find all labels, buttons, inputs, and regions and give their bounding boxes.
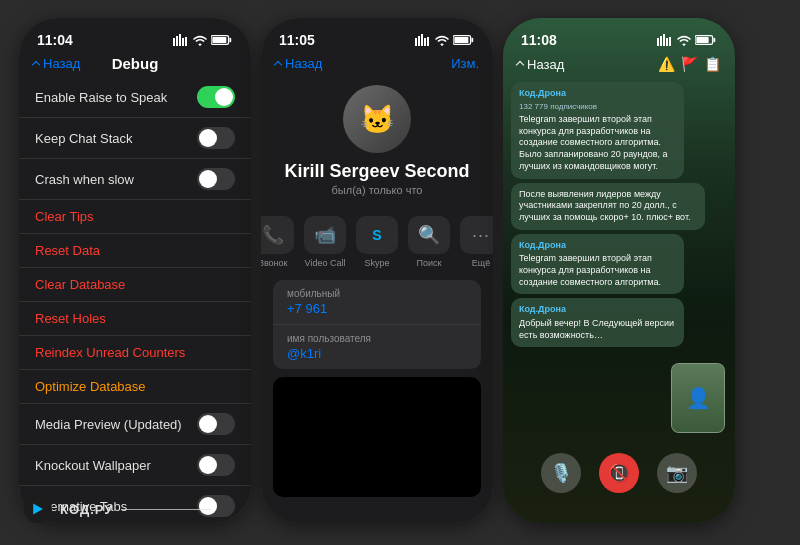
- item-label: Knockout Wallpaper: [35, 458, 151, 473]
- settings-item[interactable]: Enable Raise to Speak: [19, 77, 251, 118]
- search-label: Поиск: [417, 258, 442, 268]
- info-section: мобильный +7 961 имя пользователя @k1ri: [273, 280, 481, 369]
- status-bar-3: 11:08: [503, 18, 735, 54]
- username-value: @k1ri: [287, 346, 467, 361]
- status-icons-1: [173, 34, 233, 46]
- video-call-button[interactable]: 📹 Video Call: [304, 216, 346, 268]
- search-icon: 🔍: [408, 216, 450, 254]
- clear-database-label: Clear Database: [35, 277, 125, 292]
- back-label-1: Назад: [43, 56, 80, 71]
- bubble-text: Telegram завершил второй этап конкурса д…: [519, 253, 661, 286]
- contact-name: Kirill Sergeev Second: [284, 161, 469, 182]
- bubble-text: Добрый вечер! В Следующей версии есть во…: [519, 318, 674, 340]
- bubble-sender: Код.Дрона: [519, 88, 676, 100]
- pip-video: 👤: [671, 363, 725, 433]
- watermark-icon: [24, 495, 52, 523]
- watermark: КОД.РУ: [24, 495, 211, 523]
- svg-marker-9: [33, 503, 43, 514]
- toggle-knockout[interactable]: [197, 454, 235, 476]
- toggle-crash[interactable]: [197, 168, 235, 190]
- toggle-chat-stack[interactable]: [197, 127, 235, 149]
- call-button[interactable]: 📞 Звонок: [261, 216, 294, 268]
- back-button-1[interactable]: Назад: [33, 56, 80, 71]
- call-label: Звонок: [261, 258, 288, 268]
- settings-list: Enable Raise to Speak Keep Chat Stack Cr…: [19, 77, 251, 523]
- mobile-row[interactable]: мобильный +7 961: [273, 280, 481, 325]
- reset-data-label: Reset Data: [35, 243, 100, 258]
- bubble-sender: Код.Дрона: [519, 240, 676, 252]
- watermark-line: [121, 509, 211, 510]
- svg-rect-2: [229, 38, 231, 42]
- item-label: Enable Raise to Speak: [35, 90, 167, 105]
- status-bar-1: 11:04: [19, 18, 251, 54]
- back-label-2: Назад: [285, 56, 322, 71]
- screenshot-container: 11:04 Назад Debug Enable Raise to Speak: [0, 0, 800, 545]
- search-button[interactable]: 🔍 Поиск: [408, 216, 450, 268]
- warning-icon: ⚠️: [658, 56, 675, 72]
- username-label: имя пользователя: [287, 333, 467, 344]
- svg-rect-4: [454, 37, 468, 43]
- svg-rect-5: [471, 38, 473, 42]
- back-button-2[interactable]: Назад: [275, 56, 322, 71]
- camera-button[interactable]: 📷: [657, 453, 697, 493]
- chat-bubble: Код.Дрона Добрый вечер! В Следующей верс…: [511, 298, 684, 347]
- end-call-button[interactable]: 📵: [599, 453, 639, 493]
- phone-videocall: 11:08 Назад ⚠️ 🚩: [503, 18, 735, 523]
- settings-item[interactable]: Keep Chat Stack: [19, 118, 251, 159]
- reset-holes-label: Reset Holes: [35, 311, 106, 326]
- edit-button[interactable]: Изм.: [451, 56, 479, 71]
- svg-rect-8: [713, 38, 715, 42]
- mute-button[interactable]: 🎙️: [541, 453, 581, 493]
- settings-item[interactable]: Knockout Wallpaper: [19, 445, 251, 486]
- toggle-media-preview[interactable]: [197, 413, 235, 435]
- reset-data-item[interactable]: Reset Data: [19, 234, 251, 268]
- avatar-inner: 🐱: [343, 85, 411, 153]
- contact-header: 🐱 Kirill Sergeev Second был(а) только чт…: [261, 77, 493, 208]
- nav-title-1: Debug: [112, 55, 159, 72]
- optimize-db-label: Optimize Database: [35, 379, 146, 394]
- more-button[interactable]: ··· Ещё: [460, 216, 493, 268]
- call-controls: 🎙️ 📵 📷: [503, 453, 735, 493]
- flag-icon: 🚩: [681, 56, 698, 72]
- status-icons-3: [657, 34, 717, 46]
- action-buttons: 📞 Звонок 📹 Video Call S Skype 🔍 Поиск ··…: [261, 208, 493, 280]
- toggle-raise[interactable]: [197, 86, 235, 108]
- watermark-text: КОД.РУ: [60, 502, 113, 517]
- bubble-text: Telegram завершил второй этап конкурса д…: [519, 114, 668, 171]
- time-2: 11:05: [279, 32, 315, 48]
- back-button-3[interactable]: Назад: [517, 57, 564, 72]
- username-row[interactable]: имя пользователя @k1ri: [273, 325, 481, 369]
- skype-button[interactable]: S Skype: [356, 216, 398, 268]
- video-icon: 📹: [304, 216, 346, 254]
- status-prefix: был(а) только что: [332, 184, 423, 196]
- status-bar-2: 11:05: [261, 18, 493, 54]
- time-1: 11:04: [37, 32, 73, 48]
- skype-label: Skype: [364, 258, 389, 268]
- chat-bubble: Код.Дрона Telegram завершил второй этап …: [511, 234, 684, 295]
- item-label: Keep Chat Stack: [35, 131, 133, 146]
- svg-rect-1: [212, 37, 226, 43]
- nav-icons-3: ⚠️ 🚩 📋: [658, 56, 721, 72]
- reindex-item[interactable]: Reindex Unread Counters: [19, 336, 251, 370]
- reset-holes-item[interactable]: Reset Holes: [19, 302, 251, 336]
- extra-icon: 📋: [704, 56, 721, 72]
- item-label: Crash when slow: [35, 172, 134, 187]
- clear-database-item[interactable]: Clear Database: [19, 268, 251, 302]
- skype-icon: S: [356, 216, 398, 254]
- item-label: Media Preview (Updated): [35, 417, 182, 432]
- clear-tips-item[interactable]: Clear Tips: [19, 200, 251, 234]
- optimize-db-item[interactable]: Optimize Database: [19, 370, 251, 404]
- reindex-label: Reindex Unread Counters: [35, 345, 185, 360]
- chat-bubble: Код.Дрона 132 779 подписчиков Telegram з…: [511, 82, 684, 179]
- settings-item[interactable]: Crash when slow: [19, 159, 251, 200]
- time-3: 11:08: [521, 32, 557, 48]
- dark-area: [273, 377, 481, 497]
- bubble-sender: Код.Дрона: [519, 304, 676, 316]
- pip-inner: 👤: [672, 364, 724, 432]
- settings-item[interactable]: Media Preview (Updated): [19, 404, 251, 445]
- mobile-value: +7 961: [287, 301, 467, 316]
- chat-bubble: После выявления лидеров между участникам…: [511, 183, 705, 230]
- contact-status: был(а) только что: [332, 184, 423, 196]
- bubble-text: После выявления лидеров между участникам…: [519, 189, 691, 222]
- status-icons-2: [415, 34, 475, 46]
